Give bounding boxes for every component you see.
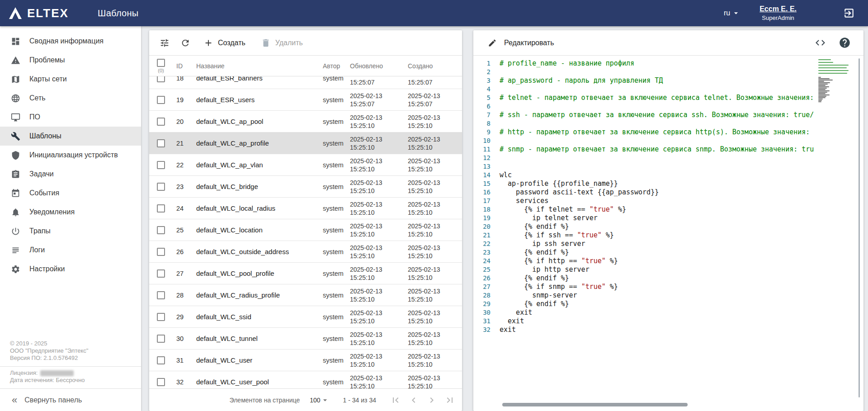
row-author: system (319, 357, 346, 364)
line-number: 4 (473, 85, 500, 94)
table-row[interactable]: 21default_WLC_ap_profilesystem2025-02-13… (149, 132, 462, 154)
table-row[interactable]: 30default_WLC_tunnelsystem2025-02-1315:2… (149, 328, 462, 350)
line-number: 28 (473, 291, 500, 300)
row-checkbox[interactable] (157, 335, 165, 343)
help-button[interactable] (835, 34, 854, 52)
row-author: system (319, 378, 346, 386)
sidebar-item-notifications[interactable]: Уведомления (0, 203, 141, 222)
table-row[interactable]: 27default_WLC_pool_profilesystem2025-02-… (149, 263, 462, 284)
line-number: 22 (473, 240, 500, 248)
prev-page-button[interactable] (406, 392, 421, 408)
table-row[interactable]: 31default_WLC_usersystem2025-02-1315:25:… (149, 350, 462, 371)
table-row[interactable]: 24default_WLC_local_radiussystem2025-02-… (149, 198, 462, 219)
code-editor[interactable]: 1# profile_name - название профиля23# ap… (473, 56, 863, 411)
first-page-button[interactable] (388, 392, 403, 408)
code-view-button[interactable] (811, 34, 829, 52)
row-name: default_WLC_ap_vlan (193, 161, 319, 169)
row-created: 2025-02-1315:25:10 (404, 179, 462, 195)
row-checkbox[interactable] (157, 269, 165, 278)
row-name: default_WLC_local_radius (193, 204, 319, 212)
row-checkbox[interactable] (157, 248, 165, 256)
row-created: 2025-02-1315:25:10 (404, 113, 462, 130)
edit-button[interactable]: Редактировать (488, 38, 554, 47)
template-editor-panel: Редактировать 1# profile_name - название… (473, 30, 863, 411)
row-checkbox[interactable] (157, 356, 165, 364)
row-name: default_WLC_ap_pool (193, 118, 319, 125)
row-checkbox[interactable] (157, 204, 165, 213)
language-selector[interactable]: ru (724, 9, 741, 18)
code-line-text: exit (500, 317, 524, 326)
code-line-text: {% endif %} (500, 274, 569, 283)
sidebar-item-label: Проблемы (29, 56, 65, 64)
row-checkbox[interactable] (157, 378, 165, 386)
delete-button[interactable]: Удалить (255, 34, 309, 52)
per-page-select[interactable]: 100 (310, 396, 329, 405)
table-row[interactable]: 23default_WLC_bridgesystem2025-02-1315:2… (149, 176, 462, 198)
user-menu[interactable]: Eccm E. E. SuperAdmin (760, 5, 797, 21)
sidebar-item-software[interactable]: ПО (0, 108, 141, 127)
code-line-text: wlc (500, 171, 512, 180)
row-checkbox[interactable] (157, 76, 165, 82)
collapse-panel-button[interactable]: « Свернуть панель (0, 388, 141, 411)
sidebar-item-network-maps[interactable]: Карты сети (0, 70, 141, 89)
sidebar-item-label: ПО (29, 113, 40, 121)
row-checkbox[interactable] (157, 96, 165, 104)
sidebar-item-events[interactable]: События (0, 184, 141, 203)
table-row[interactable]: 29default_WLC_ssidsystem2025-02-1315:25:… (149, 306, 462, 328)
table-row[interactable]: 20default_WLC_ap_poolsystem2025-02-1315:… (149, 111, 462, 132)
table-row[interactable]: 25default_WLC_locationsystem2025-02-1315… (149, 219, 462, 241)
editor-horizontal-scrollbar[interactable] (502, 403, 688, 406)
create-button[interactable]: Создать (197, 34, 252, 52)
row-checkbox[interactable] (157, 313, 165, 321)
sidebar-item-summary[interactable]: Сводная информация (0, 32, 141, 51)
line-number: 17 (473, 197, 500, 205)
user-name-link[interactable]: Eccm E. E. (760, 5, 797, 13)
sidebar: Сводная информацияПроблемыКарты сетиСеть… (0, 26, 141, 411)
refresh-button[interactable] (176, 34, 194, 52)
globe-icon (11, 94, 20, 103)
sidebar-item-network[interactable]: Сеть (0, 89, 141, 108)
table-row[interactable]: 26default_WLC_outside_addresssystem2025-… (149, 241, 462, 263)
table-row[interactable]: 19default_ESR_userssystem2025-02-1315:25… (149, 89, 462, 111)
row-author: system (319, 292, 346, 299)
logout-button[interactable] (840, 4, 858, 22)
line-number: 21 (473, 231, 500, 240)
row-checkbox[interactable] (157, 139, 165, 147)
code-line-text: {% endif %} (500, 248, 569, 257)
select-all-checkbox[interactable] (157, 59, 165, 67)
code-line-text: {% if ssh == "true" %} (500, 231, 614, 240)
table-header-row: (0) ID Название Автор Обновлено Создано (149, 56, 462, 76)
editor-vertical-scrollbar[interactable] (859, 58, 860, 397)
sidebar-item-templates[interactable]: Шаблоны (0, 127, 141, 146)
row-updated: 2025-02-1315:25:10 (346, 135, 404, 151)
editor-minimap[interactable] (816, 59, 855, 103)
row-checkbox[interactable] (157, 161, 165, 169)
table-row[interactable]: 22default_WLC_ap_vlansystem2025-02-1315:… (149, 154, 462, 176)
row-name: default_ESR_users (193, 96, 319, 104)
row-author: system (319, 335, 346, 342)
sidebar-item-settings[interactable]: Настройки (0, 260, 141, 279)
sidebar-item-device-init[interactable]: Инициализация устройств (0, 146, 141, 165)
line-number: 2 (473, 68, 500, 76)
sidebar-item-problems[interactable]: Проблемы (0, 51, 141, 70)
table-row[interactable]: 28default_WLC_radius_profilesystem2025-0… (149, 284, 462, 306)
row-updated: 2025-02-1315:25:10 (346, 287, 404, 303)
table-row[interactable]: 18default_ESR_bannerssystem2025-02-1315:… (149, 76, 462, 89)
sidebar-item-tasks[interactable]: Задачи (0, 165, 141, 184)
pagination-buttons (388, 392, 458, 408)
sidebar-item-traps[interactable]: Трапы (0, 222, 141, 241)
table-row[interactable]: 32default_WLC_user_poolsystem2025-02-131… (149, 371, 462, 388)
last-page-button[interactable] (442, 392, 458, 408)
line-number: 12 (473, 154, 500, 162)
row-checkbox[interactable] (157, 226, 165, 234)
calendar-icon (11, 189, 20, 198)
row-created: 2025-02-1315:25:10 (404, 309, 462, 325)
row-checkbox[interactable] (157, 183, 165, 191)
filter-button[interactable] (156, 34, 174, 52)
row-checkbox[interactable] (157, 291, 165, 299)
row-updated: 2025-02-1315:25:10 (346, 222, 404, 238)
sidebar-item-logs[interactable]: Логи (0, 241, 141, 260)
sidebar-item-label: Логи (29, 246, 45, 254)
row-checkbox[interactable] (157, 118, 165, 126)
next-page-button[interactable] (424, 392, 439, 408)
